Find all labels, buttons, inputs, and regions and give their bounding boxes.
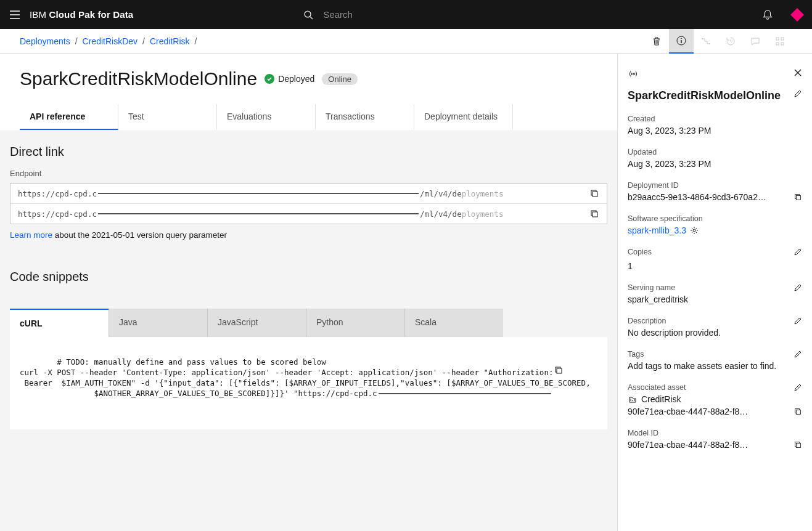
associated-asset-id: 90fe71ea-cbae-4447-88a2-f8… bbox=[628, 407, 789, 416]
tab-transactions[interactable]: Transactions bbox=[316, 104, 414, 130]
deployment-id-value: b29aacc5-9e13-4864-9cd3-670a2… bbox=[628, 192, 789, 202]
updated-label: Updated bbox=[628, 148, 802, 156]
code-snippet-box: # TODO: manually define and pass values … bbox=[10, 337, 607, 429]
pencil-icon bbox=[794, 383, 802, 392]
notifications-button[interactable] bbox=[753, 0, 782, 29]
tab-test[interactable]: Test bbox=[118, 104, 217, 130]
svg-point-0 bbox=[305, 11, 311, 17]
trash-icon bbox=[652, 36, 662, 46]
copy-deployment-id[interactable] bbox=[794, 193, 802, 201]
search-input[interactable] bbox=[323, 9, 737, 20]
info-panel-toggle[interactable] bbox=[669, 29, 694, 54]
close-panel-button[interactable] bbox=[794, 68, 802, 77]
svg-point-3 bbox=[709, 43, 710, 44]
copy-icon bbox=[589, 209, 599, 219]
snippet-tab-javascript[interactable]: JavaScript bbox=[207, 309, 306, 337]
edit-tags-button[interactable] bbox=[794, 350, 802, 359]
history-button[interactable] bbox=[718, 29, 743, 54]
svg-rect-7 bbox=[781, 43, 784, 45]
copy-model-id[interactable] bbox=[794, 440, 802, 449]
endpoint-url-1: https://cpd-cpd.c/ml/v4/deployments bbox=[10, 184, 607, 203]
delete-button[interactable] bbox=[644, 29, 669, 54]
snippet-tab-scala[interactable]: Scala bbox=[404, 309, 503, 337]
learn-more-text: about the 2021-05-01 version query param… bbox=[52, 230, 227, 240]
svg-point-2 bbox=[702, 38, 703, 39]
copy-endpoint-2[interactable] bbox=[584, 209, 599, 219]
svg-rect-16 bbox=[796, 195, 800, 200]
copy-icon bbox=[554, 365, 564, 375]
svg-point-17 bbox=[693, 229, 695, 232]
grid-button[interactable] bbox=[768, 29, 792, 54]
edit-asset-button[interactable] bbox=[794, 383, 802, 392]
breadcrumb-creditriskdev[interactable]: CreditRiskDev bbox=[83, 36, 137, 46]
svg-rect-4 bbox=[776, 38, 779, 40]
comments-button[interactable] bbox=[743, 29, 768, 54]
info-icon bbox=[676, 36, 686, 46]
broadcast-icon bbox=[628, 68, 639, 79]
flow-icon bbox=[701, 36, 711, 46]
hamburger-icon bbox=[9, 9, 21, 21]
code-snippet-text: # TODO: manually define and pass values … bbox=[20, 357, 591, 398]
svg-rect-5 bbox=[781, 38, 784, 40]
edit-serving-name-button[interactable] bbox=[794, 283, 802, 292]
bell-icon bbox=[762, 9, 773, 20]
tags-label: Tags bbox=[628, 350, 644, 359]
pencil-icon bbox=[794, 283, 802, 292]
breadcrumb-deployments[interactable]: Deployments bbox=[20, 36, 70, 46]
swspec-link[interactable]: spark-mllib_3.3 bbox=[628, 225, 686, 235]
pencil-icon bbox=[794, 248, 802, 256]
tab-api-reference[interactable]: API reference bbox=[20, 104, 118, 130]
deployment-status: Deployed bbox=[265, 74, 314, 84]
page-title: SparkCreditRiskModelOnline bbox=[20, 68, 257, 89]
history-icon bbox=[726, 36, 736, 46]
tab-evaluations[interactable]: Evaluations bbox=[217, 104, 316, 130]
snippet-tab-curl[interactable]: cURL bbox=[10, 309, 109, 337]
online-chip: Online bbox=[322, 73, 358, 85]
description-value: No description provided. bbox=[628, 328, 802, 338]
app-badge[interactable] bbox=[782, 0, 812, 29]
associated-asset-label: Associated asset bbox=[628, 383, 686, 392]
edit-description-button[interactable] bbox=[794, 317, 802, 325]
updated-value: Aug 3, 2023, 3:23 PM bbox=[628, 159, 802, 169]
model-id-label: Model ID bbox=[628, 429, 802, 437]
snippet-tab-python[interactable]: Python bbox=[306, 309, 404, 337]
endpoint-box: https://cpd-cpd.c/ml/v4/deployments http… bbox=[10, 183, 607, 224]
side-panel-title: SparkCreditRiskModelOnline bbox=[628, 89, 789, 102]
search-icon bbox=[293, 10, 323, 20]
tags-value: Add tags to make assets easier to find. bbox=[628, 361, 802, 371]
serving-name-value: spark_creditrisk bbox=[628, 294, 802, 304]
endpoint-label: Endpoint bbox=[10, 169, 607, 178]
copy-icon bbox=[794, 440, 802, 449]
top-bar: IBM Cloud Pak for Data bbox=[0, 0, 812, 29]
flow-button[interactable] bbox=[694, 29, 718, 54]
created-value: Aug 3, 2023, 3:23 PM bbox=[628, 126, 802, 136]
pencil-icon bbox=[794, 89, 802, 98]
pencil-icon bbox=[794, 350, 802, 359]
copy-asset-id[interactable] bbox=[794, 407, 802, 416]
copy-icon bbox=[794, 407, 802, 416]
toolbar-actions bbox=[644, 29, 792, 54]
svg-rect-9 bbox=[593, 192, 597, 197]
copy-endpoint-1[interactable] bbox=[584, 188, 599, 198]
info-side-panel: SparkCreditRiskModelOnline Created Aug 3… bbox=[617, 54, 812, 531]
code-snippets-heading: Code snippets bbox=[10, 270, 607, 284]
gear-icon bbox=[690, 226, 699, 235]
copy-code-button[interactable] bbox=[554, 344, 600, 396]
deployment-id-label: Deployment ID bbox=[628, 181, 802, 190]
pencil-icon bbox=[794, 317, 802, 325]
description-label: Description bbox=[628, 317, 666, 325]
svg-rect-11 bbox=[593, 212, 597, 217]
breadcrumb-creditrisk[interactable]: CreditRisk bbox=[150, 36, 190, 46]
direct-link-heading: Direct link bbox=[10, 145, 607, 159]
snippet-tab-java[interactable]: Java bbox=[109, 309, 207, 337]
learn-more-link[interactable]: Learn more bbox=[10, 230, 52, 240]
tab-deployment-details[interactable]: Deployment details bbox=[414, 104, 513, 130]
copy-icon bbox=[794, 193, 802, 201]
top-right-icons bbox=[753, 0, 812, 29]
check-circle-icon bbox=[265, 74, 274, 84]
edit-title-button[interactable] bbox=[794, 89, 802, 98]
serving-name-label: Serving name bbox=[628, 283, 675, 292]
hamburger-menu[interactable] bbox=[0, 9, 30, 21]
model-icon bbox=[628, 394, 638, 404]
edit-copies-button[interactable] bbox=[794, 248, 802, 256]
